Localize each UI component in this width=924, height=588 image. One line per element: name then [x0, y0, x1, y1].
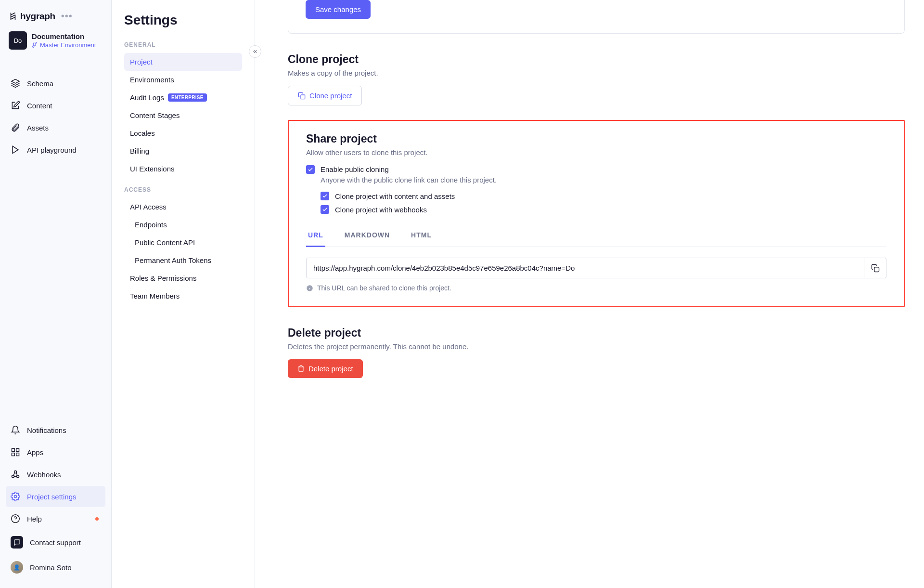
- delete-project-button[interactable]: Delete project: [288, 359, 363, 378]
- settings-billing[interactable]: Billing: [124, 142, 242, 160]
- clone-desc: Makes a copy of the project.: [288, 69, 905, 77]
- brand-logo[interactable]: hygraph •••: [6, 9, 105, 28]
- settings-ui-extensions[interactable]: UI Extensions: [124, 160, 242, 178]
- edit-icon: [11, 101, 20, 110]
- info-icon: [306, 285, 313, 292]
- clone-with-webhooks-checkbox[interactable]: [321, 205, 329, 214]
- clone-project-button[interactable]: Clone project: [288, 86, 362, 105]
- settings-team-members[interactable]: Team Members: [124, 287, 242, 305]
- svg-rect-3: [16, 453, 19, 456]
- enable-public-cloning-desc: Anyone with the public clone link can cl…: [321, 176, 886, 184]
- share-title: Share project: [306, 132, 886, 145]
- enable-public-cloning-label: Enable public cloning: [321, 165, 389, 173]
- clone-section: Clone project Makes a copy of the projec…: [288, 53, 905, 105]
- avatar: 👤: [11, 561, 23, 574]
- settings-roles-permissions[interactable]: Roles & Permissions: [124, 269, 242, 287]
- settings-project[interactable]: Project: [124, 53, 242, 71]
- gear-icon: [11, 492, 20, 501]
- tab-url[interactable]: URL: [306, 226, 325, 247]
- svg-point-7: [14, 496, 17, 498]
- save-card: Save changes: [288, 0, 905, 34]
- access-heading: ACCESS: [124, 186, 242, 193]
- project-switcher[interactable]: Do Documentation Master Environment: [6, 28, 105, 53]
- notification-dot: [95, 517, 99, 521]
- nav-notifications[interactable]: Notifications: [6, 419, 105, 441]
- clone-with-content-checkbox[interactable]: [321, 192, 329, 200]
- check-icon: [322, 193, 328, 199]
- tab-markdown[interactable]: MARKDOWN: [343, 226, 392, 247]
- hygraph-icon: [9, 12, 17, 21]
- share-desc: Allow other users to clone this project.: [306, 148, 886, 157]
- help-icon: [11, 514, 20, 523]
- chevron-double-left-icon: [252, 49, 258, 54]
- project-name: Documentation: [32, 32, 96, 40]
- clone-with-webhooks-label: Clone project with webhooks: [335, 206, 427, 214]
- nav-webhooks[interactable]: Webhooks: [6, 464, 105, 485]
- settings-perm-auth-tokens[interactable]: Permanent Auth Tokens: [124, 251, 242, 269]
- enterprise-badge: ENTERPRISE: [168, 93, 207, 102]
- settings-public-content-api[interactable]: Public Content API: [124, 234, 242, 251]
- svg-rect-9: [301, 95, 305, 99]
- settings-title: Settings: [124, 13, 242, 28]
- nav-help[interactable]: Help: [6, 508, 105, 529]
- nav-schema[interactable]: Schema: [6, 73, 105, 94]
- project-badge: Do: [9, 31, 27, 50]
- main-content: Save changes Clone project Makes a copy …: [255, 0, 924, 588]
- sidebar-primary: hygraph ••• Do Documentation Master Envi…: [0, 0, 112, 588]
- delete-section: Delete project Deletes the project perma…: [288, 327, 905, 378]
- enable-public-cloning-checkbox[interactable]: [306, 165, 315, 174]
- nav-apps[interactable]: Apps: [6, 442, 105, 463]
- share-url-hint: This URL can be shared to clone this pro…: [317, 284, 451, 292]
- check-icon: [322, 207, 328, 212]
- project-environment: Master Environment: [32, 41, 96, 49]
- chat-icon: [11, 536, 23, 549]
- nav-lower-group: Notifications Apps Webhooks Project sett…: [6, 419, 105, 579]
- sidebar-secondary: Settings GENERAL Project Environments Au…: [112, 0, 255, 588]
- share-project-section: Share project Allow other users to clone…: [288, 120, 905, 307]
- paperclip-icon: [11, 123, 20, 132]
- trash-icon: [297, 365, 305, 372]
- delete-title: Delete project: [288, 327, 905, 340]
- share-format-tabs: URL MARKDOWN HTML: [306, 226, 886, 247]
- settings-api-access[interactable]: API Access: [124, 198, 242, 216]
- settings-endpoints[interactable]: Endpoints: [124, 216, 242, 234]
- settings-environments[interactable]: Environments: [124, 71, 242, 89]
- delete-desc: Deletes the project permanently. This ca…: [288, 342, 905, 351]
- nav-user-profile[interactable]: 👤 Romina Soto: [6, 555, 105, 579]
- play-icon: [11, 145, 20, 155]
- svg-rect-2: [12, 453, 15, 456]
- settings-locales[interactable]: Locales: [124, 124, 242, 142]
- nav-content[interactable]: Content: [6, 95, 105, 116]
- settings-content-stages[interactable]: Content Stages: [124, 106, 242, 124]
- layers-icon: [11, 78, 20, 88]
- nav-assets[interactable]: Assets: [6, 117, 105, 138]
- svg-point-8: [12, 515, 20, 523]
- clone-title: Clone project: [288, 53, 905, 66]
- collapse-sidebar-button[interactable]: [249, 45, 261, 58]
- copy-icon: [871, 264, 880, 273]
- svg-rect-1: [16, 449, 19, 452]
- brand-name: hygraph: [20, 11, 55, 22]
- nav-main-group: Schema Content Assets API playground: [6, 73, 105, 160]
- nav-contact-support[interactable]: Contact support: [6, 530, 105, 554]
- save-changes-button[interactable]: Save changes: [306, 0, 371, 19]
- webhook-icon: [11, 470, 20, 479]
- tab-html[interactable]: HTML: [409, 226, 434, 247]
- general-heading: GENERAL: [124, 41, 242, 48]
- settings-audit-logs[interactable]: Audit Logs ENTERPRISE: [124, 89, 242, 106]
- copy-url-button[interactable]: [864, 258, 886, 278]
- nav-playground[interactable]: API playground: [6, 139, 105, 160]
- bell-icon: [11, 425, 20, 435]
- svg-point-4: [12, 475, 14, 478]
- copy-icon: [298, 92, 306, 100]
- check-icon: [308, 167, 313, 172]
- clone-with-content-label: Clone project with content and assets: [335, 192, 455, 200]
- svg-rect-10: [874, 267, 879, 272]
- branch-icon: [32, 42, 38, 48]
- svg-rect-0: [12, 449, 15, 452]
- svg-point-5: [17, 475, 19, 478]
- nav-project-settings[interactable]: Project settings: [6, 486, 105, 507]
- grid-icon: [11, 447, 20, 457]
- more-icon[interactable]: •••: [61, 11, 73, 22]
- share-url-input[interactable]: [306, 258, 864, 278]
